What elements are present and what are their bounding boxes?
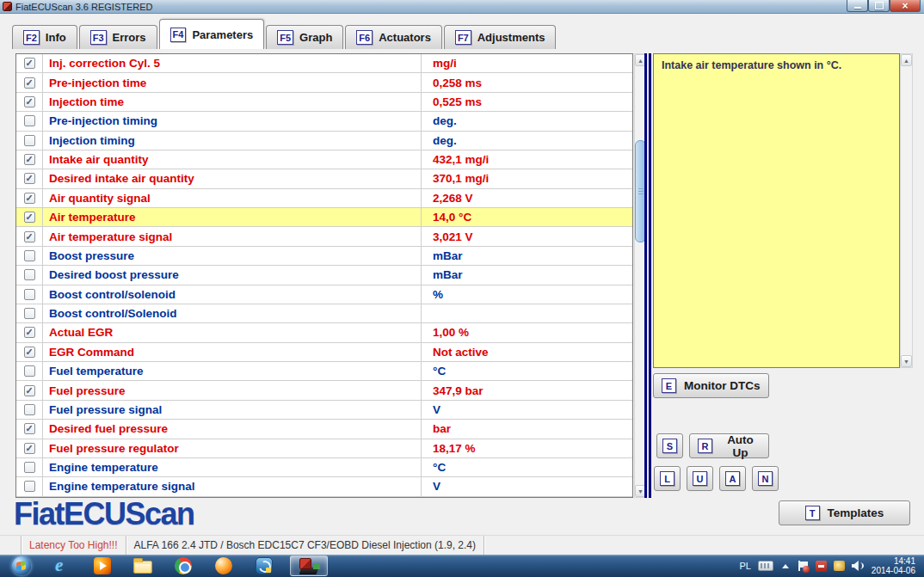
parameter-checkbox[interactable]: ✓: [24, 77, 35, 89]
parameter-row[interactable]: ✓Air quantity signal2,268 V: [16, 189, 632, 208]
internet-explorer-taskbar-button[interactable]: [47, 556, 77, 576]
parameter-checkbox[interactable]: ✓: [24, 347, 35, 358]
parameter-row[interactable]: Boost control/solenoid%: [16, 285, 632, 304]
media-player-taskbar-button[interactable]: [88, 556, 117, 576]
parameter-row[interactable]: Fuel pressure signalV: [16, 401, 632, 420]
chrome-taskbar-button[interactable]: [169, 556, 198, 576]
parameter-checkbox[interactable]: [24, 115, 35, 126]
parameter-row[interactable]: Boost pressuremBar: [16, 247, 632, 266]
pc-suite-taskbar-button[interactable]: [249, 556, 279, 576]
parameter-checkbox[interactable]: [24, 481, 35, 492]
parameter-value: 3,021 V: [422, 227, 632, 245]
parameter-checkbox[interactable]: [24, 462, 35, 473]
language-indicator[interactable]: PL: [739, 561, 750, 571]
parameter-row[interactable]: ✓Air temperature signal3,021 V: [16, 227, 632, 246]
parameter-checkbox[interactable]: [24, 289, 35, 300]
tab-adjustments[interactable]: F7Adjustments: [444, 25, 557, 49]
parameter-checkbox[interactable]: ✓: [24, 58, 35, 69]
s-button[interactable]: S: [656, 433, 683, 458]
key-button-l[interactable]: L: [654, 466, 681, 491]
parameter-row[interactable]: ✓Desired intake air quantity370,1 mg/i: [16, 169, 632, 188]
minimize-button[interactable]: [847, 0, 868, 12]
taskbar: PL 14:41 2014-04-06: [0, 555, 924, 577]
parameter-name: Air temperature: [43, 208, 422, 226]
clock-date: 2014-04-06: [872, 566, 915, 575]
description-text: Intake air temperature shown in °C.: [662, 59, 891, 71]
parameter-checkbox[interactable]: [24, 250, 35, 261]
gom-player-taskbar-button[interactable]: [209, 556, 238, 576]
description-scrollbar[interactable]: ▲ ▼: [900, 53, 913, 368]
parameter-row[interactable]: Engine temperature signalV: [16, 477, 632, 496]
plug-icon[interactable]: [834, 561, 845, 571]
start-orb-icon: [12, 556, 31, 575]
parameter-checkbox[interactable]: ✓: [24, 154, 35, 165]
fiatecuscan-taskbar-button[interactable]: [290, 556, 328, 576]
description-panel: Intake air temperature shown in °C.: [653, 53, 900, 368]
key-button-n[interactable]: N: [752, 466, 779, 491]
key-button-u[interactable]: U: [687, 466, 713, 491]
parameter-row[interactable]: Engine temperature°C: [16, 458, 632, 477]
hidden-icons-chevron-icon[interactable]: [782, 564, 789, 568]
parameter-row[interactable]: ✓Injection time0,525 ms: [16, 93, 632, 112]
parameter-row[interactable]: Fuel temperature°C: [16, 362, 632, 381]
disconnect-icon[interactable]: [816, 561, 827, 572]
keyboard-icon[interactable]: [758, 561, 773, 571]
chrome-icon: [175, 557, 192, 574]
file-explorer-taskbar-button[interactable]: [128, 556, 157, 576]
action-center-flag-icon[interactable]: [798, 561, 809, 572]
templates-button[interactable]: T Templates: [779, 500, 910, 525]
parameter-checkbox[interactable]: [24, 404, 35, 415]
scroll-up-arrow-icon[interactable]: ▲: [901, 54, 912, 66]
parameter-checkbox[interactable]: [24, 365, 35, 377]
parameter-row[interactable]: ✓Intake air quantity432,1 mg/i: [16, 150, 632, 169]
parameter-checkbox[interactable]: ✓: [24, 173, 35, 184]
parameter-checkbox[interactable]: [24, 269, 35, 280]
parameter-checkbox[interactable]: ✓: [24, 212, 35, 223]
auto-up-button[interactable]: R Auto Up: [689, 433, 769, 458]
parameter-checkbox[interactable]: ✓: [24, 385, 35, 396]
status-filler: [484, 536, 924, 555]
parameter-row[interactable]: ✓Inj. correction Cyl. 5mg/i: [16, 54, 632, 73]
checkbox-cell: ✓: [16, 169, 43, 187]
parameter-value: bar: [422, 420, 632, 438]
parameter-checkbox[interactable]: [24, 308, 35, 319]
tab-label: Graph: [299, 31, 332, 44]
taskbar-clock[interactable]: 14:41 2014-04-06: [872, 556, 915, 575]
tab-actuators[interactable]: F6Actuators: [345, 25, 442, 49]
parameter-row[interactable]: ✓Fuel pressure347,9 bar: [16, 381, 632, 400]
parameter-checkbox[interactable]: ✓: [24, 231, 35, 242]
monitor-dtcs-button[interactable]: E Monitor DTCs: [653, 373, 769, 398]
scroll-down-arrow-icon[interactable]: ▼: [901, 355, 912, 367]
parameter-row[interactable]: ✓Air temperature14,0 °C: [16, 208, 632, 227]
parameter-row[interactable]: ✓Desired fuel pressurebar: [16, 420, 632, 439]
tab-parameters[interactable]: F4Parameters: [159, 19, 265, 49]
parameter-checkbox[interactable]: ✓: [24, 327, 35, 338]
parameter-name: Desired fuel pressure: [43, 420, 422, 438]
parameter-checkbox[interactable]: [24, 135, 35, 146]
parameter-row[interactable]: ✓Pre-injection time0,258 ms: [16, 73, 632, 92]
parameter-row[interactable]: Injection timingdeg.: [16, 132, 632, 150]
parameter-row[interactable]: Desired boost pressuremBar: [16, 266, 632, 285]
tab-errors[interactable]: F3Errors: [79, 25, 157, 49]
tab-info[interactable]: F2Info: [12, 25, 77, 49]
tab-label: Errors: [113, 31, 146, 44]
parameter-value: V: [422, 401, 632, 419]
parameter-checkbox[interactable]: ✓: [24, 443, 35, 454]
parameter-checkbox[interactable]: ✓: [24, 423, 35, 434]
parameter-row[interactable]: ✓EGR CommandNot active: [16, 343, 632, 362]
maximize-button[interactable]: [868, 0, 890, 12]
parameter-row[interactable]: ✓Actual EGR1,00 %: [16, 323, 632, 342]
parameter-row[interactable]: Boost control/Solenoid: [16, 304, 632, 323]
close-button[interactable]: [890, 0, 921, 12]
key-button-a[interactable]: A: [719, 466, 746, 491]
parameter-value: °C: [422, 362, 632, 380]
parameter-row[interactable]: Pre-injection timingdeg.: [16, 112, 632, 131]
parameter-row[interactable]: ✓Fuel pressure regulator18,17 %: [16, 439, 632, 458]
tab-graph[interactable]: F5Graph: [266, 25, 343, 49]
pc-suite-icon: [256, 557, 273, 574]
parameter-checkbox[interactable]: ✓: [24, 96, 35, 107]
r-key-badge: R: [698, 439, 712, 453]
start-orb-taskbar-button[interactable]: [7, 556, 36, 576]
parameter-checkbox[interactable]: ✓: [24, 193, 35, 204]
volume-icon[interactable]: [852, 561, 865, 571]
